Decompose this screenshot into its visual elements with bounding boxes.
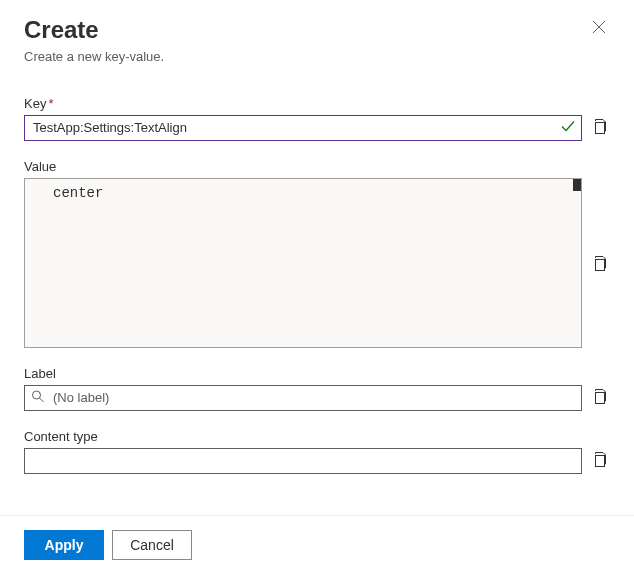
apply-button[interactable]: Apply: [24, 530, 104, 560]
copy-label-button[interactable]: [588, 385, 610, 407]
close-icon: [592, 20, 606, 34]
key-label: Key*: [24, 96, 610, 111]
copy-content-type-button[interactable]: [588, 448, 610, 470]
copy-icon: [591, 451, 607, 467]
key-label-text: Key: [24, 96, 46, 111]
scrollbar[interactable]: [573, 179, 581, 191]
label-input[interactable]: [24, 385, 582, 411]
svg-rect-4: [596, 392, 605, 403]
panel-title: Create: [24, 16, 164, 45]
content-type-label: Content type: [24, 429, 610, 444]
copy-icon: [591, 388, 607, 404]
footer: Apply Cancel: [0, 515, 634, 574]
required-asterisk: *: [48, 96, 53, 111]
label-label: Label: [24, 366, 610, 381]
copy-icon: [591, 118, 607, 134]
panel-subtitle: Create a new key-value.: [24, 49, 164, 64]
svg-rect-0: [596, 122, 605, 133]
key-input[interactable]: [24, 115, 582, 141]
svg-rect-5: [596, 455, 605, 466]
cancel-button[interactable]: Cancel: [112, 530, 192, 560]
value-label: Value: [24, 159, 610, 174]
copy-icon: [591, 255, 607, 271]
svg-rect-1: [596, 259, 605, 270]
copy-key-button[interactable]: [588, 115, 610, 137]
value-textarea[interactable]: center: [25, 179, 581, 347]
content-type-input[interactable]: [24, 448, 582, 474]
copy-value-button[interactable]: [588, 252, 610, 274]
close-button[interactable]: [588, 16, 610, 41]
